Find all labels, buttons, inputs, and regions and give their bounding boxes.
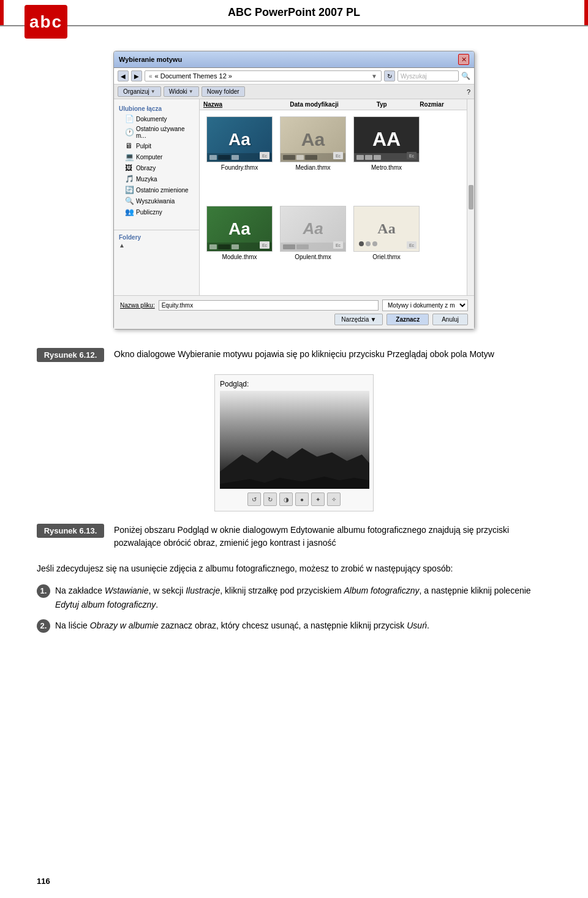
organize-button[interactable]: Organizuj ▼ [118, 86, 161, 97]
rotate-left-button[interactable]: ↺ [247, 492, 261, 506]
changed-icon: 🔄 [125, 186, 134, 194]
numbered-item-1: 1. Na zakładce Wstawianie, w sekcji Ilus… [37, 584, 551, 611]
dialog-bottom: Nazwa pliku: Motywy i dokumenty z motywa… [114, 295, 474, 329]
file-label-metro: Metro.thmx [371, 164, 402, 171]
dialog-body: Ulubione łącza 📄 Dokumenty 🕐 Ostatnio uż… [114, 99, 474, 295]
file-item-median[interactable]: Aa Ec Median.thmx [279, 116, 347, 200]
preview-controls: ↺ ↻ ◑ ● ✦ ✧ [220, 492, 368, 506]
public-icon: 👥 [125, 208, 134, 216]
folders-expand-icon[interactable]: ▲ [114, 242, 125, 249]
thumbnail-module: Aa Ec [206, 206, 273, 252]
number-badge-1: 1. [37, 584, 50, 598]
contrast-down-button[interactable]: ◑ [279, 492, 293, 506]
new-folder-button[interactable]: Nowy folder [202, 86, 245, 97]
dialog-title: Wybieranie motywu [119, 56, 182, 63]
filetype-select[interactable]: Motywy i dokumenty z motywa... [382, 300, 468, 311]
figure-613-text: Poniżej obszaru Podgląd w oknie dialogow… [114, 524, 551, 549]
module-aa-text: Aa [228, 219, 251, 239]
strip-block-1 [209, 155, 217, 160]
music-icon: 🎵 [125, 175, 134, 183]
file-item-foundry[interactable]: Aa Ec Foundry.thmx [206, 116, 273, 200]
oriel-aa-text: Aa [377, 221, 395, 237]
forward-button[interactable]: ▶ [131, 70, 142, 81]
dialog-sidebar: Ulubione łącza 📄 Dokumenty 🕐 Ostatnio uż… [114, 99, 200, 295]
median-strip-2 [296, 155, 304, 160]
tools-button[interactable]: Narzędzia ▼ [334, 314, 383, 325]
foundry-icon-area: Ec [260, 152, 270, 159]
oriel-icon-area: Ec [407, 241, 417, 249]
folder-icon: 📄 [125, 115, 134, 123]
median-strip-3 [305, 155, 317, 160]
median-strip-1 [283, 155, 295, 160]
search-folder-icon: 🔍 [125, 197, 134, 205]
metro-aa-text: AA [372, 128, 401, 151]
brightness-down-button[interactable]: ✧ [327, 492, 341, 506]
figure-612-label: Rysunek 6.12. [37, 348, 104, 362]
metro-icon-area: Ec [407, 152, 417, 159]
file-item-oriel[interactable]: Aa Ec Oriel.thmx [353, 206, 420, 289]
thumbnail-median: Aa Ec [280, 116, 346, 162]
views-dropdown-icon: ▼ [189, 89, 194, 94]
filename-input[interactable] [159, 300, 379, 311]
oriel-dot-3 [372, 241, 377, 246]
col-header-type[interactable]: Typ [377, 101, 420, 108]
sidebar-item-publiczny[interactable]: 👥 Publiczny [114, 206, 199, 217]
contrast-up-button[interactable]: ● [295, 492, 309, 506]
search-placeholder: Wyszukaj [401, 73, 427, 80]
brightness-up-button[interactable]: ✦ [311, 492, 325, 506]
open-button[interactable]: Zaznacz [386, 314, 429, 325]
file-label-foundry: Foundry.thmx [221, 164, 258, 171]
back-button[interactable]: ◀ [118, 70, 129, 81]
col-header-size[interactable]: Rozmiar [420, 101, 463, 108]
dialog-close-button[interactable]: ✕ [458, 54, 469, 65]
address-breadcrumb[interactable]: « « Document Themes 12 » ▼ [145, 70, 382, 81]
help-icon[interactable]: ? [467, 88, 470, 96]
breadcrumb-text: « Document Themes 12 » [155, 72, 232, 80]
number-badge-2: 2. [37, 619, 50, 633]
sidebar-item-dokumenty[interactable]: 📄 Dokumenty [114, 113, 199, 124]
sidebar-item-ostatnio[interactable]: 🕐 Ostatnio używane m... [114, 124, 199, 140]
thumbnail-metro: AA Ec [353, 116, 420, 162]
figure-613-label: Rysunek 6.13. [37, 524, 104, 538]
file-grid: Aa Ec Foundry.thmx [200, 110, 467, 295]
sidebar-item-ostatnio-zmienione[interactable]: 🔄 Ostatnio zmienione [114, 184, 199, 195]
search-icon[interactable]: 🔍 [461, 72, 470, 80]
file-item-module[interactable]: Aa Ec Module.thmx [206, 206, 273, 289]
sidebar-item-obrazy[interactable]: 🖼 Obrazy [114, 162, 199, 173]
preview-image [220, 391, 369, 489]
views-button[interactable]: Widoki ▼ [164, 86, 199, 97]
oriel-dots [359, 241, 377, 246]
preview-label: Podgląd: [220, 380, 368, 388]
search-box[interactable]: Wyszukaj [398, 70, 459, 81]
dialog-addressbar: ◀ ▶ « « Document Themes 12 » ▼ ↻ Wyszuka… [114, 68, 474, 85]
col-header-date[interactable]: Data modyfikacji [290, 101, 376, 108]
sidebar-item-komputer[interactable]: 💻 Komputer [114, 151, 199, 162]
figure-613-caption: Rysunek 6.13. Poniżej obszaru Podgląd w … [37, 524, 551, 549]
breadcrumb-arrows: « [149, 73, 153, 80]
favorites-section-header: Ulubione łącza [114, 104, 199, 113]
thumbnail-oriel: Aa Ec [353, 206, 420, 252]
numbered-item-2-text: Na liście Obrazy w albumie zaznacz obraz… [55, 619, 429, 632]
opulent-aa-text: Aa [303, 219, 323, 238]
dialog-scrollbar[interactable] [467, 99, 474, 295]
rotate-right-button[interactable]: ↻ [263, 492, 277, 506]
refresh-button[interactable]: ↻ [384, 70, 395, 81]
sidebar-item-muzyka[interactable]: 🎵 Muzyka [114, 173, 199, 184]
file-item-metro[interactable]: AA Ec Metro.thmx [353, 116, 420, 200]
dialog-screenshot-container: Wybieranie motywu ✕ ◀ ▶ « « Document The… [37, 51, 551, 330]
figure-612-text: Okno dialogowe Wybieranie motywu pojawia… [114, 348, 494, 361]
dialog-main-area: Nazwa Data modyfikacji Typ Rozmiar Aa [200, 99, 467, 295]
sidebar-item-wyszukiwania[interactable]: 🔍 Wyszukiwania [114, 195, 199, 206]
file-label-module: Module.thmx [222, 254, 257, 260]
dialog-toolbar: Organizuj ▼ Widoki ▼ Nowy folder ? [114, 85, 474, 99]
median-aa-text: Aa [301, 129, 325, 150]
column-headers: Nazwa Data modyfikacji Typ Rozmiar [200, 99, 467, 110]
computer-icon: 💻 [125, 153, 134, 161]
cancel-button[interactable]: Anuluj [432, 314, 468, 325]
sidebar-item-pulpit[interactable]: 🖥 Pulpit [114, 140, 199, 151]
file-item-opulent[interactable]: Aa Ec Opulent.thmx [279, 206, 347, 289]
col-header-name[interactable]: Nazwa [203, 101, 290, 108]
numbered-item-1-text: Na zakładce Wstawianie, w sekcji Ilustra… [55, 584, 551, 611]
header-accent-left [0, 0, 4, 25]
module-strip-3 [232, 244, 239, 249]
